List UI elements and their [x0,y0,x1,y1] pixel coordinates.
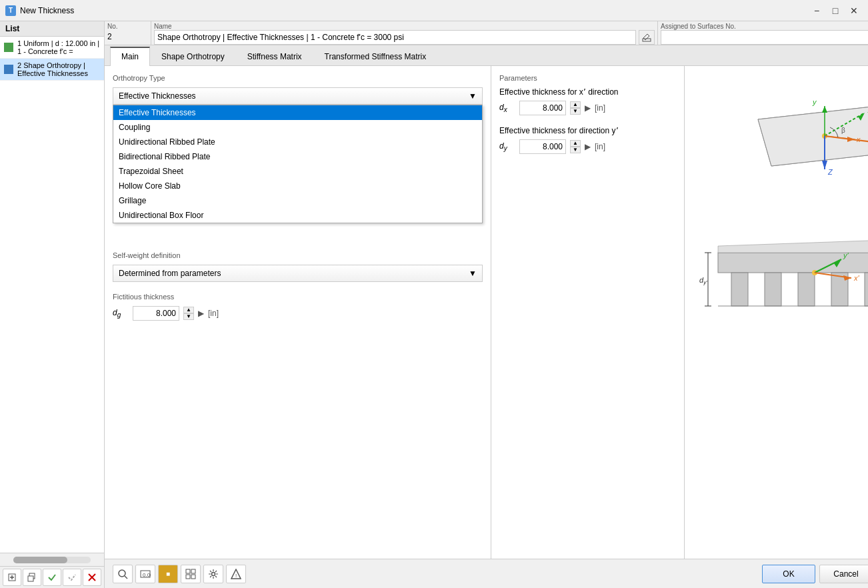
svg-rect-63 [191,569,195,573]
tab-stiffness[interactable]: Stiffness Matrix [236,47,313,65]
right-panel: No. 2 Name Assigned to Surfaces No. [105,21,868,588]
param-y-row: dy ▲ ▼ ▶ [in] [499,139,676,154]
menu-item-unidirectional-ribbed[interactable]: Unidirectional Ribbed Plate [113,135,482,149]
left-panel: List 1 Uniform | d : 12.000 in | 1 - Con… [0,21,105,588]
edit-name-button[interactable] [639,30,655,45]
search-bottom-button[interactable] [113,565,133,583]
param-x-name: dx [499,103,515,113]
menu-item-grillage[interactable]: Grillage [113,193,482,208]
orthotropy-selected-value: Effective Thicknesses [119,91,196,101]
svg-text:Z: Z [827,168,833,176]
no-label: No. [107,23,148,30]
svg-rect-65 [191,575,195,579]
fictitious-spin-up[interactable]: ▲ [183,307,194,313]
uncheck-button[interactable] [63,569,81,586]
menu-item-bidirectional-ribbed[interactable]: Bidirectional Ribbed Plate [113,149,482,164]
main-container: List 1 Uniform | d : 12.000 in | 1 - Con… [0,21,868,588]
svg-text:!: ! [235,573,237,579]
dropdown-arrow-icon: ▼ [469,91,477,101]
settings-bottom-button[interactable] [203,565,223,583]
list-scrollbar[interactable] [0,553,104,566]
param-y-spin-up[interactable]: ▲ [570,140,581,147]
param-y-name: dy [499,141,515,152]
param-x-arrow[interactable]: ▶ [585,103,591,113]
menu-item-box-floor[interactable]: Unidirectional Box Floor [113,208,482,223]
name-label: Name [154,23,655,30]
param-x-input[interactable] [519,101,566,115]
param-y-input[interactable] [519,139,566,154]
minimize-button[interactable]: − [808,3,825,18]
fictitious-spin-down[interactable]: ▼ [183,313,194,320]
list-item[interactable]: 1 Uniform | d : 12.000 in | 1 - Concrete… [0,37,104,59]
tab-shape[interactable]: Shape Orthotropy [150,47,236,65]
no-value: 2 [107,32,112,41]
menu-item-coupling[interactable]: Coupling [113,120,482,135]
svg-point-58 [119,570,125,577]
delete-button[interactable] [83,569,101,586]
svg-text:y: y [812,98,817,106]
orthotropy-dropdown-container: Effective Thicknesses ▼ Effective Thickn… [113,87,483,105]
svg-rect-62 [186,569,190,573]
tab-main[interactable]: Main [110,47,150,66]
list-item-text-2: 2 Shape Orthotropy | Effective Thickness… [17,61,100,77]
ok-button[interactable]: OK [762,565,815,583]
dimension-bottom-button[interactable]: 0.00 [135,565,155,583]
list-header: List [0,21,104,37]
check-button[interactable] [43,569,61,586]
list-toolbar [0,566,104,588]
header-name: Name [151,21,658,45]
param-x-spin-up[interactable]: ▲ [570,101,581,108]
svg-text:β: β [841,127,845,134]
color-bottom-button[interactable]: ■ [158,565,178,583]
selfweight-section: Self-weight definition Determined from p… [113,251,483,282]
scroll-thumb [13,557,67,563]
diagram-ribbed-slab: dy' dx' y' [698,233,868,353]
list-item-selected[interactable]: 2 Shape Orthotropy | Effective Thickness… [0,59,104,81]
param-y-arrow[interactable]: ▶ [585,142,591,151]
svg-marker-21 [822,106,827,113]
param-y-spin-down[interactable]: ▼ [570,147,581,153]
color-icon: ■ [166,570,170,577]
tab-transformed[interactable]: Transformed Stiffness Matrix [313,47,438,65]
orthotropy-section: Orthotropy Type Effective Thicknesses ▼ … [113,74,483,105]
add-button[interactable] [3,569,21,586]
diagram-area: y' x' y [685,66,868,559]
fictitious-unit: [in] [208,309,219,318]
grid-bottom-button[interactable] [181,565,201,583]
menu-item-effective[interactable]: Effective Thicknesses [113,105,482,120]
name-input[interactable] [154,30,636,45]
svg-rect-33 [731,273,748,306]
fictitious-arrow[interactable]: ▶ [198,309,204,318]
selfweight-dropdown[interactable]: Determined from parameters ▼ [113,265,483,282]
svg-text:x: x [856,135,861,143]
svg-rect-4 [28,576,33,581]
fictitious-section: Fictitious thickness dg ▲ ▼ ▶ [in] [113,293,483,321]
menu-item-trapezoidal[interactable]: Trapezoidal Sheet [113,164,482,179]
info-bottom-button[interactable]: ! [226,565,246,583]
list-item-color-2 [4,65,13,74]
close-button[interactable]: ✕ [845,3,863,18]
selfweight-arrow-icon: ▼ [469,269,477,278]
parameters-panel: Parameters Effective thickness for xʼ di… [491,66,685,559]
fictitious-input[interactable] [133,306,179,321]
duplicate-button[interactable] [23,569,41,586]
bottom-right-buttons: OK Cancel Apply [762,565,868,583]
header-row: No. 2 Name Assigned to Surfaces No. [105,21,868,45]
scroll-track [13,557,91,563]
header-assigned: Assigned to Surfaces No. [658,21,868,45]
app-icon: T [5,5,16,16]
svg-point-66 [212,572,215,575]
param-x-spin-down[interactable]: ▼ [570,108,581,115]
title-bar: T New Thickness − □ ✕ [0,0,868,21]
cancel-button[interactable]: Cancel [819,565,868,583]
assigned-input[interactable] [661,30,868,45]
orthotropy-dropdown[interactable]: Effective Thicknesses ▼ [113,87,483,105]
assigned-label: Assigned to Surfaces No. [661,23,868,30]
name-value-row [154,30,655,45]
bottom-left-icons: 0.00 ■ ! [113,565,246,583]
svg-rect-64 [186,575,190,579]
svg-text:y': y' [843,251,849,259]
maximize-button[interactable]: □ [827,3,844,18]
menu-item-hollow[interactable]: Hollow Core Slab [113,179,482,193]
title-bar-controls: − □ ✕ [808,3,863,18]
